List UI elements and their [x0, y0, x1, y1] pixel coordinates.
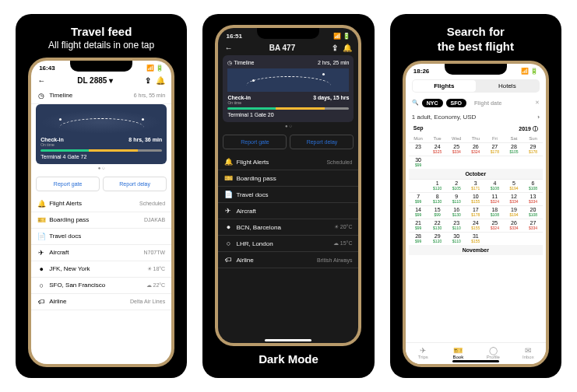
to-chip[interactable]: SFO: [446, 99, 466, 107]
share-icon[interactable]: ⇪: [332, 44, 338, 52]
calendar-day[interactable]: 29$178: [523, 142, 543, 156]
calendar-day[interactable]: 31$155: [466, 232, 486, 245]
calendar-day[interactable]: 25$334: [447, 142, 466, 156]
pax-row[interactable]: 1 adult, Economy, USD ›: [406, 110, 546, 124]
search-icon: 🔍: [412, 100, 419, 106]
list-row[interactable]: 📄Travel docs: [31, 229, 171, 245]
calendar-day[interactable]: 18$108: [485, 205, 505, 219]
row-label: LHR, London: [236, 240, 273, 247]
calendar-day[interactable]: 28$105: [505, 142, 524, 156]
back-icon[interactable]: ←: [37, 76, 45, 85]
share-icon[interactable]: ⇪: [145, 76, 151, 85]
map-card[interactable]: Check-in On time 8 hrs, 36 min Terminal …: [36, 104, 167, 164]
calendar-day[interactable]: 9$110: [447, 192, 466, 205]
list-row[interactable]: 🏷AirlineBritish Airways: [218, 252, 358, 268]
calendar-day[interactable]: 6$108: [523, 179, 543, 192]
calendar-day[interactable]: 12$334: [505, 192, 524, 205]
timeline-header[interactable]: ◷Timeline 6 hrs, 55 min: [31, 88, 171, 104]
report-gate-button[interactable]: Report gate: [36, 177, 100, 191]
calendar-day[interactable]: 15$99: [427, 205, 447, 219]
list-row[interactable]: ○LHR, London☁ 15°C: [218, 236, 358, 252]
calendar-day[interactable]: 3$171: [466, 179, 486, 192]
list-row[interactable]: ●JFK, New York☀ 18°C: [31, 261, 171, 278]
info-icon[interactable]: ⓘ: [533, 126, 538, 131]
row-label: SFO, San Francisco: [49, 282, 105, 289]
list-row[interactable]: 🏷AirlineDelta Air Lines: [31, 294, 171, 310]
calendar-day[interactable]: 7$99: [409, 192, 428, 205]
row-label: BCN, Barcelona: [236, 224, 280, 231]
list-row[interactable]: 📄Travel docs: [218, 187, 358, 203]
route-map: [227, 68, 349, 92]
battery-icon: 🔋: [343, 33, 350, 40]
calendar-day[interactable]: 11$324: [485, 192, 505, 205]
row-icon: 📄: [224, 191, 232, 198]
list-row[interactable]: 🎫Boarding passDJAKAB: [31, 212, 171, 229]
calendar-day[interactable]: 29$120: [427, 232, 447, 245]
bell-icon[interactable]: 🔔: [343, 44, 352, 52]
calendar-day[interactable]: 23$110: [447, 219, 466, 232]
calendar-day[interactable]: 2$105: [447, 179, 466, 192]
tab-inbox[interactable]: ✉Inbox: [511, 343, 546, 364]
date-placeholder[interactable]: Flight date: [470, 99, 506, 107]
row-label: Aircraft: [49, 249, 69, 256]
list-row[interactable]: ✈AircraftN707TW: [31, 245, 171, 261]
route-input[interactable]: 🔍 NYC SFO Flight date ✕: [406, 96, 546, 110]
tab-trips[interactable]: ✈Trips: [406, 343, 441, 364]
calendar-day[interactable]: 27$178: [485, 142, 505, 156]
clear-icon[interactable]: ✕: [535, 100, 540, 106]
calendar-day[interactable]: 5$194: [505, 179, 524, 192]
bell-icon[interactable]: 🔔: [156, 76, 165, 85]
calendar-day[interactable]: 25$324: [485, 219, 505, 232]
list-row[interactable]: ✈Aircraft: [218, 203, 358, 219]
list-row[interactable]: ○SFO, San Francisco☁ 22°C: [31, 278, 171, 294]
report-delay-button[interactable]: Report delay: [103, 177, 167, 191]
segment-control[interactable]: Flights Hotels: [412, 79, 540, 93]
seg-hotels[interactable]: Hotels: [476, 80, 539, 92]
calendar-day[interactable]: 4$108: [485, 179, 505, 192]
calendar-day[interactable]: 22$130: [427, 219, 447, 232]
row-icon: ●: [224, 223, 232, 231]
list-row[interactable]: 🔔Flight AlertsScheduled: [31, 196, 171, 212]
flight-title: BA 477: [232, 44, 332, 52]
calendar-day[interactable]: 16$130: [447, 205, 466, 219]
list-row[interactable]: ●BCN, Barcelona☀ 20°C: [218, 219, 358, 236]
report-delay-button[interactable]: Report delay: [290, 135, 354, 149]
calendar-day[interactable]: 20$108: [523, 205, 543, 219]
checkin-time: 3 days, 15 hrs: [313, 95, 349, 100]
calendar-day[interactable]: 24$155: [466, 219, 486, 232]
ticket-icon: 🎫: [441, 346, 476, 355]
month-label: Sep: [413, 125, 424, 133]
checkin-status: On time: [227, 100, 251, 105]
list-row[interactable]: 🎫Boarding pass: [218, 170, 358, 187]
calendar-day[interactable]: 30$99: [409, 156, 428, 169]
seg-flights[interactable]: Flights: [413, 80, 476, 92]
calendar-day[interactable]: 8$130: [427, 192, 447, 205]
calendar-day[interactable]: 26$324: [466, 142, 486, 156]
report-gate-button[interactable]: Report gate: [223, 135, 287, 149]
row-icon: 🔔: [224, 158, 232, 166]
calendar-day[interactable]: 14$99: [409, 205, 428, 219]
calendar-day[interactable]: 13$334: [523, 192, 543, 205]
calendar-day: [409, 179, 428, 192]
calendar-day[interactable]: 23: [409, 142, 428, 156]
calendar-day[interactable]: 28$99: [409, 232, 428, 245]
caption-title: Travel feed: [23, 25, 179, 40]
calendar-day[interactable]: 10$155: [466, 192, 486, 205]
calendar-day[interactable]: 21$99: [409, 219, 428, 232]
back-icon[interactable]: ←: [224, 44, 232, 52]
row-value: Scheduled: [139, 201, 165, 206]
pax-label: 1 adult, Economy, USD: [412, 114, 477, 121]
calendar-day[interactable]: 27$334: [523, 219, 543, 232]
calendar[interactable]: Sep 2019 ⓘ MonTueWedThuFriSatSun 2324$32…: [406, 124, 546, 255]
from-chip[interactable]: NYC: [422, 99, 443, 107]
calendar-day[interactable]: 26$334: [505, 219, 524, 232]
home-indicator: [452, 360, 499, 362]
calendar-day[interactable]: 1$120: [427, 179, 447, 192]
calendar-day[interactable]: 24$325: [427, 142, 447, 156]
list-row[interactable]: 🔔Flight AlertsScheduled: [218, 154, 358, 170]
calendar-day[interactable]: 17$178: [466, 205, 486, 219]
map-card[interactable]: ◷ Timeline 2 hrs, 25 min Check-in On tim…: [223, 55, 354, 122]
calendar-day[interactable]: 30$110: [447, 232, 466, 245]
calendar-day[interactable]: 19$194: [505, 205, 524, 219]
signal-icon: 📶: [521, 68, 529, 75]
